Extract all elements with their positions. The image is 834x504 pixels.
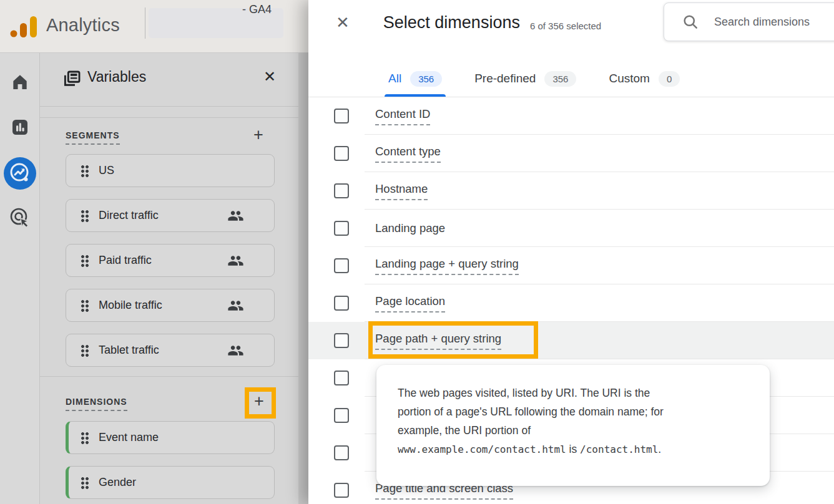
search-input[interactable] (714, 16, 834, 29)
dimension-tooltip: The web pages visited, listed by URI. Th… (376, 365, 770, 486)
search-icon (682, 13, 699, 31)
checkbox[interactable] (334, 408, 349, 423)
dimension-name[interactable]: Hostname (375, 182, 428, 200)
row-content-type[interactable]: Content type (308, 135, 834, 172)
segment-label: Direct traffic (99, 209, 227, 222)
checkbox[interactable] (334, 109, 349, 124)
segment-card-direct-traffic[interactable]: Direct traffic (66, 199, 275, 232)
google-analytics-logo-icon (10, 16, 37, 37)
checkbox[interactable] (334, 183, 349, 198)
drag-handle-icon[interactable] (81, 432, 89, 444)
tab-custom[interactable]: Custom 0 (607, 60, 681, 97)
property-suffix: - GA4 (242, 3, 272, 16)
checkbox[interactable] (334, 258, 349, 273)
dimension-name[interactable]: Landing page + query string (375, 257, 519, 275)
explore-icon (3, 157, 37, 190)
tooltip-code: /contact.html (580, 443, 658, 455)
dimension-name[interactable]: Page path + query string (375, 332, 501, 350)
checkbox[interactable] (334, 221, 349, 236)
home-icon (10, 72, 30, 92)
segment-card-us[interactable]: US (66, 154, 275, 187)
tab-label: Pre-defined (474, 72, 536, 85)
add-segment-button[interactable]: + (253, 127, 263, 143)
people-icon (227, 344, 244, 357)
nav-rail (0, 53, 40, 504)
selection-status: 6 of 356 selected (530, 21, 601, 31)
segment-label: Mobile traffic (99, 299, 227, 312)
nav-advertising[interactable] (0, 206, 40, 230)
row-page-path-query-string[interactable]: Page path + query string (308, 322, 834, 359)
tab-count-badge: 0 (659, 71, 680, 87)
row-content-id[interactable]: Content ID (308, 97, 834, 135)
dimension-card-gender[interactable]: Gender (66, 466, 275, 499)
tooltip-line: example, the URI portion of (398, 421, 751, 440)
nav-home[interactable] (0, 72, 40, 92)
segment-card-mobile-traffic[interactable]: Mobile traffic (66, 289, 275, 322)
brand-title: Analytics (46, 15, 120, 36)
divider (40, 376, 298, 377)
dimension-name[interactable]: Landing page (375, 221, 445, 235)
tabs: All 356 Pre-defined 356 Custom 0 (387, 60, 681, 97)
variables-icon (61, 69, 82, 90)
tooltip-code: www.example.com/contact.html (398, 443, 566, 455)
checkbox[interactable] (334, 445, 349, 460)
tab-label: Custom (609, 72, 649, 85)
dimension-name[interactable]: Page location (375, 294, 445, 313)
checkbox[interactable] (334, 146, 349, 161)
segment-card-paid-traffic[interactable]: Paid traffic (66, 244, 275, 277)
people-icon (227, 299, 244, 313)
tooltip-line: portion of a page's URL following the do… (398, 402, 751, 421)
variables-title: Variables (87, 69, 146, 85)
divider (40, 106, 298, 107)
row-hostname[interactable]: Hostname (308, 172, 834, 210)
variables-close-button[interactable]: ✕ (263, 68, 276, 85)
dimension-label: Event name (99, 431, 274, 444)
tooltip-line: The web pages visited, listed by URI. Th… (398, 384, 751, 402)
people-icon (227, 209, 244, 223)
checkbox[interactable] (334, 333, 349, 348)
segment-label: Tablet traffic (99, 344, 227, 357)
checkbox[interactable] (334, 296, 349, 311)
segment-card-tablet-traffic[interactable]: Tablet traffic (66, 334, 275, 367)
drag-handle-icon[interactable] (81, 299, 89, 312)
tab-all[interactable]: All 356 (387, 60, 443, 97)
row-landing-page-query-string[interactable]: Landing page + query string (308, 247, 834, 284)
nav-reports[interactable] (0, 117, 40, 137)
segments-section-label: SEGMENTS (66, 130, 120, 145)
modal-title: Select dimensions (383, 13, 520, 32)
drag-handle-icon[interactable] (81, 165, 89, 177)
divider (40, 117, 298, 118)
tab-count-badge: 356 (410, 71, 442, 87)
tab-pre-defined[interactable]: Pre-defined 356 (473, 60, 577, 97)
dimension-name[interactable]: Content type (375, 145, 441, 163)
dimension-name[interactable]: Content ID (375, 107, 430, 125)
checkbox[interactable] (334, 371, 349, 385)
search-box[interactable] (664, 2, 834, 41)
tab-label: All (388, 72, 401, 85)
screen: Analytics - GA4 (0, 0, 834, 504)
drag-handle-icon[interactable] (81, 254, 89, 267)
tooltip-code-line: www.example.com/contact.html is /contact… (398, 440, 751, 459)
tooltip-text: is (566, 443, 580, 455)
row-landing-page[interactable]: Landing page (308, 210, 834, 247)
explore-canvas-edge (298, 53, 308, 504)
select-dimensions-panel: ✕ Select dimensions 6 of 356 selected Al… (308, 0, 834, 504)
drag-handle-icon[interactable] (81, 477, 89, 489)
reports-icon (10, 117, 30, 137)
segment-label: US (99, 164, 274, 177)
dimension-label: Gender (99, 476, 274, 489)
nav-explore-active[interactable] (0, 157, 40, 190)
drag-handle-icon[interactable] (81, 210, 89, 222)
add-dimension-button[interactable]: + (254, 393, 264, 410)
tab-count-badge: 356 (544, 71, 576, 87)
drag-handle-icon[interactable] (81, 344, 89, 357)
people-icon (227, 254, 244, 268)
tooltip-text: . (658, 443, 661, 455)
modal-close-button[interactable]: ✕ (336, 14, 350, 31)
checkbox[interactable] (334, 483, 349, 498)
advertising-icon (8, 206, 32, 230)
header-divider (145, 7, 145, 39)
row-page-location[interactable]: Page location (308, 284, 834, 322)
dimension-card-event-name[interactable]: Event name (66, 421, 275, 454)
app-header: Analytics - GA4 (0, 0, 308, 53)
